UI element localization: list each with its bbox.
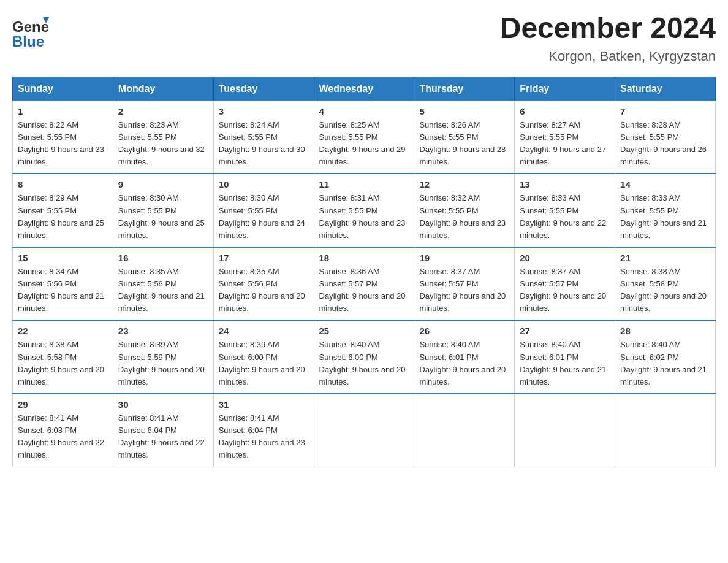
day-info: Sunrise: 8:26 AM Sunset: 5:55 PM Dayligh… [419, 119, 509, 169]
calendar-cell [615, 394, 716, 467]
weekday-header-thursday: Thursday [414, 77, 515, 101]
calendar-cell: 16 Sunrise: 8:35 AM Sunset: 5:56 PM Dayl… [113, 247, 213, 321]
svg-text:Blue: Blue [12, 33, 44, 50]
day-info: Sunrise: 8:25 AM Sunset: 5:55 PM Dayligh… [319, 119, 409, 169]
day-number: 12 [419, 179, 509, 190]
calendar-cell: 31 Sunrise: 8:41 AM Sunset: 6:04 PM Dayl… [213, 394, 314, 467]
day-info: Sunrise: 8:37 AM Sunset: 5:57 PM Dayligh… [419, 266, 509, 315]
calendar-cell: 22 Sunrise: 8:38 AM Sunset: 5:58 PM Dayl… [13, 320, 113, 394]
day-number: 3 [219, 106, 309, 117]
day-info: Sunrise: 8:33 AM Sunset: 5:55 PM Dayligh… [620, 192, 710, 242]
day-number: 7 [620, 106, 710, 117]
day-number: 4 [319, 106, 409, 117]
calendar-cell: 2 Sunrise: 8:23 AM Sunset: 5:55 PM Dayli… [113, 101, 213, 174]
weekday-header-monday: Monday [113, 77, 213, 101]
calendar-cell: 1 Sunrise: 8:22 AM Sunset: 5:55 PM Dayli… [13, 101, 113, 174]
day-info: Sunrise: 8:22 AM Sunset: 5:55 PM Dayligh… [18, 119, 108, 169]
week-row-1: 1 Sunrise: 8:22 AM Sunset: 5:55 PM Dayli… [13, 101, 716, 174]
day-number: 10 [219, 179, 309, 190]
day-number: 26 [419, 326, 509, 336]
week-row-3: 15 Sunrise: 8:34 AM Sunset: 5:56 PM Dayl… [13, 247, 716, 321]
calendar-cell: 21 Sunrise: 8:38 AM Sunset: 5:58 PM Dayl… [615, 247, 716, 321]
title-section: December 2024 Korgon, Batken, Kyrgyzstan [500, 12, 716, 64]
weekday-header-friday: Friday [515, 77, 615, 101]
calendar-table: SundayMondayTuesdayWednesdayThursdayFrid… [12, 77, 716, 467]
day-info: Sunrise: 8:28 AM Sunset: 5:55 PM Dayligh… [620, 119, 710, 169]
calendar-cell: 30 Sunrise: 8:41 AM Sunset: 6:04 PM Dayl… [113, 394, 213, 467]
day-number: 5 [419, 106, 509, 117]
week-row-2: 8 Sunrise: 8:29 AM Sunset: 5:55 PM Dayli… [13, 174, 716, 247]
day-info: Sunrise: 8:35 AM Sunset: 5:56 PM Dayligh… [118, 266, 208, 315]
day-number: 2 [118, 106, 208, 117]
calendar-cell: 19 Sunrise: 8:37 AM Sunset: 5:57 PM Dayl… [414, 247, 515, 321]
weekday-header-saturday: Saturday [615, 77, 716, 101]
day-number: 31 [219, 399, 309, 410]
day-info: Sunrise: 8:40 AM Sunset: 6:01 PM Dayligh… [520, 339, 610, 388]
calendar-cell [414, 394, 515, 467]
day-number: 29 [18, 399, 108, 410]
day-info: Sunrise: 8:41 AM Sunset: 6:04 PM Dayligh… [219, 412, 309, 462]
weekday-header-tuesday: Tuesday [213, 77, 314, 101]
calendar-cell: 15 Sunrise: 8:34 AM Sunset: 5:56 PM Dayl… [13, 247, 113, 321]
calendar-cell: 11 Sunrise: 8:31 AM Sunset: 5:55 PM Dayl… [314, 174, 414, 247]
calendar-cell: 6 Sunrise: 8:27 AM Sunset: 5:55 PM Dayli… [515, 101, 615, 174]
day-info: Sunrise: 8:32 AM Sunset: 5:55 PM Dayligh… [419, 192, 509, 242]
day-number: 17 [219, 253, 309, 263]
calendar-cell: 20 Sunrise: 8:37 AM Sunset: 5:57 PM Dayl… [515, 247, 615, 321]
day-info: Sunrise: 8:36 AM Sunset: 5:57 PM Dayligh… [319, 266, 409, 315]
day-number: 28 [620, 326, 710, 336]
day-info: Sunrise: 8:35 AM Sunset: 5:56 PM Dayligh… [219, 266, 309, 315]
day-info: Sunrise: 8:40 AM Sunset: 6:01 PM Dayligh… [419, 339, 509, 388]
day-number: 23 [118, 326, 208, 336]
day-info: Sunrise: 8:40 AM Sunset: 6:00 PM Dayligh… [319, 339, 409, 388]
day-number: 15 [18, 253, 108, 263]
calendar-cell: 3 Sunrise: 8:24 AM Sunset: 5:55 PM Dayli… [213, 101, 314, 174]
week-row-5: 29 Sunrise: 8:41 AM Sunset: 6:03 PM Dayl… [13, 394, 716, 467]
day-number: 9 [118, 179, 208, 190]
day-info: Sunrise: 8:30 AM Sunset: 5:55 PM Dayligh… [118, 192, 208, 242]
weekday-header-wednesday: Wednesday [314, 77, 414, 101]
day-info: Sunrise: 8:33 AM Sunset: 5:55 PM Dayligh… [520, 192, 610, 242]
day-info: Sunrise: 8:38 AM Sunset: 5:58 PM Dayligh… [620, 266, 710, 315]
calendar-cell: 24 Sunrise: 8:39 AM Sunset: 6:00 PM Dayl… [213, 320, 314, 394]
day-info: Sunrise: 8:37 AM Sunset: 5:57 PM Dayligh… [520, 266, 610, 315]
day-number: 1 [18, 106, 108, 117]
day-number: 19 [419, 253, 509, 263]
logo-mark: General Blue [12, 12, 49, 55]
day-info: Sunrise: 8:27 AM Sunset: 5:55 PM Dayligh… [520, 119, 610, 169]
week-row-4: 22 Sunrise: 8:38 AM Sunset: 5:58 PM Dayl… [13, 320, 716, 394]
day-info: Sunrise: 8:29 AM Sunset: 5:55 PM Dayligh… [18, 192, 108, 242]
day-info: Sunrise: 8:40 AM Sunset: 6:02 PM Dayligh… [620, 339, 710, 388]
calendar-cell: 13 Sunrise: 8:33 AM Sunset: 5:55 PM Dayl… [515, 174, 615, 247]
calendar-cell: 25 Sunrise: 8:40 AM Sunset: 6:00 PM Dayl… [314, 320, 414, 394]
calendar-cell: 10 Sunrise: 8:30 AM Sunset: 5:55 PM Dayl… [213, 174, 314, 247]
calendar-cell: 4 Sunrise: 8:25 AM Sunset: 5:55 PM Dayli… [314, 101, 414, 174]
location: Korgon, Batken, Kyrgyzstan [500, 48, 716, 64]
calendar-cell: 8 Sunrise: 8:29 AM Sunset: 5:55 PM Dayli… [13, 174, 113, 247]
calendar-cell: 23 Sunrise: 8:39 AM Sunset: 5:59 PM Dayl… [113, 320, 213, 394]
calendar-cell: 5 Sunrise: 8:26 AM Sunset: 5:55 PM Dayli… [414, 101, 515, 174]
calendar-cell: 26 Sunrise: 8:40 AM Sunset: 6:01 PM Dayl… [414, 320, 515, 394]
day-number: 27 [520, 326, 610, 336]
day-info: Sunrise: 8:23 AM Sunset: 5:55 PM Dayligh… [118, 119, 208, 169]
day-number: 25 [319, 326, 409, 336]
calendar-cell: 14 Sunrise: 8:33 AM Sunset: 5:55 PM Dayl… [615, 174, 716, 247]
calendar-cell: 9 Sunrise: 8:30 AM Sunset: 5:55 PM Dayli… [113, 174, 213, 247]
weekday-header-sunday: Sunday [13, 77, 113, 101]
day-info: Sunrise: 8:38 AM Sunset: 5:58 PM Dayligh… [18, 339, 108, 388]
day-number: 8 [18, 179, 108, 190]
calendar-cell [314, 394, 414, 467]
page-header: General Blue December 2024 Korgon, Batke… [12, 12, 716, 64]
day-info: Sunrise: 8:41 AM Sunset: 6:04 PM Dayligh… [118, 412, 208, 462]
calendar-cell: 7 Sunrise: 8:28 AM Sunset: 5:55 PM Dayli… [615, 101, 716, 174]
day-info: Sunrise: 8:34 AM Sunset: 5:56 PM Dayligh… [18, 266, 108, 315]
day-number: 20 [520, 253, 610, 263]
day-number: 21 [620, 253, 710, 263]
day-number: 16 [118, 253, 208, 263]
day-number: 11 [319, 179, 409, 190]
day-info: Sunrise: 8:31 AM Sunset: 5:55 PM Dayligh… [319, 192, 409, 242]
logo: General Blue [12, 12, 49, 55]
day-number: 14 [620, 179, 710, 190]
calendar-cell: 18 Sunrise: 8:36 AM Sunset: 5:57 PM Dayl… [314, 247, 414, 321]
calendar-cell [515, 394, 615, 467]
